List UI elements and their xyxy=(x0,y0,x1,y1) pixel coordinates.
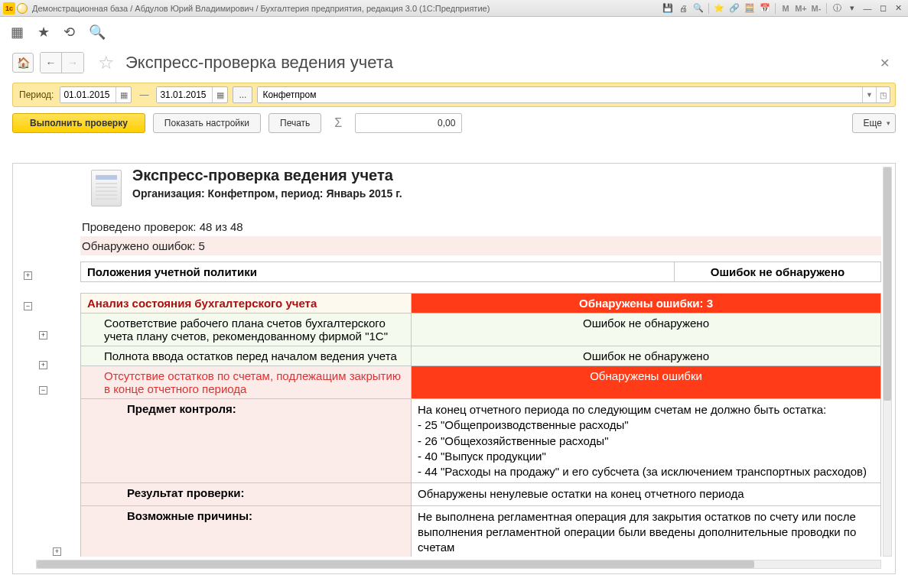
tree-toggle[interactable]: + xyxy=(53,547,61,556)
apps-grid-icon[interactable]: ▦ xyxy=(11,24,24,41)
show-settings-button[interactable]: Показать настройки xyxy=(153,113,261,133)
tree-toggle[interactable]: − xyxy=(24,302,32,310)
tree-toggle[interactable]: + xyxy=(24,271,32,280)
window-title: Демонстрационная база / Абдулов Юрий Вла… xyxy=(32,4,661,13)
preview-icon[interactable]: 🔍 xyxy=(692,2,705,15)
window-titlebar: 1c Демонстрационная база / Абдулов Юрий … xyxy=(0,0,908,17)
detail-body: Обнаружены ненулевые остатки на конец от… xyxy=(412,483,881,505)
section-title[interactable]: Анализ состояния бухгалтерского учета xyxy=(81,294,412,313)
tree-column: + − + + − + xyxy=(21,167,74,557)
calendar-icon[interactable]: 📅 xyxy=(758,2,772,15)
org-dropdown-icon[interactable]: ▼ xyxy=(862,87,876,102)
org-input[interactable] xyxy=(258,87,862,102)
date-from-wrapper: ▦ xyxy=(60,86,132,103)
run-check-button[interactable]: Выполнить проверку xyxy=(12,113,145,133)
check-result: Ошибок не обнаружено xyxy=(412,346,881,366)
sum-field[interactable]: 0,00 xyxy=(355,113,462,133)
date-to-calendar-icon[interactable]: ▦ xyxy=(212,87,227,102)
save-icon[interactable]: 💾 xyxy=(661,2,675,15)
period-label: Период: xyxy=(18,89,55,100)
report-title: Экспресс-проверка ведения учета xyxy=(132,167,402,184)
period-picker-button[interactable]: ... xyxy=(233,86,252,103)
report-table: Положения учетной политики Ошибок не обн… xyxy=(80,262,881,282)
forward-button[interactable]: → xyxy=(62,53,83,73)
calc-icon[interactable]: 🧮 xyxy=(743,2,757,15)
action-bar: Выполнить проверку Показать настройки Пе… xyxy=(12,113,896,133)
check-title[interactable]: Отсутствие остатков по счетам, подлежащи… xyxy=(81,366,412,399)
memory-mminus[interactable]: M- xyxy=(809,2,823,15)
app-logo-icon: 1c xyxy=(3,2,15,15)
star-icon[interactable]: ★ xyxy=(37,24,50,41)
vertical-scrollbar-thumb[interactable] xyxy=(884,167,891,401)
help-icon[interactable]: ⓘ xyxy=(830,2,844,15)
detail-row: Возможные причины: Не выполнена регламен… xyxy=(81,505,881,557)
page-title: Экспресс-проверка ведения учета xyxy=(125,53,393,73)
section-result: Обнаружены ошибки: 3 xyxy=(412,294,881,313)
memory-m[interactable]: M xyxy=(779,2,792,15)
check-title[interactable]: Соответствие рабочего плана счетов бухга… xyxy=(81,313,412,346)
favorite-page-icon[interactable]: ☆ xyxy=(98,52,115,73)
check-row: Полнота ввода остатков перед началом вед… xyxy=(81,346,881,366)
close-page-icon[interactable]: ✕ xyxy=(874,53,896,73)
app-toolbar: ▦ ★ ⟲ 🔍 xyxy=(0,17,908,47)
vertical-scrollbar[interactable] xyxy=(883,167,892,557)
nav-row: 🏠 ← → ☆ Экспресс-проверка ведения учета … xyxy=(0,47,908,83)
date-from-calendar-icon[interactable]: ▦ xyxy=(116,87,131,102)
check-title[interactable]: Полнота ввода остатков перед началом вед… xyxy=(81,346,412,366)
sigma-icon: Σ xyxy=(329,113,347,133)
detail-row: Предмет контроля: На конец отчетного пер… xyxy=(81,399,881,483)
maximize-icon[interactable]: ◻ xyxy=(876,2,890,15)
section-row: Положения учетной политики Ошибок не обн… xyxy=(81,262,881,282)
org-input-wrapper: ▼ ◳ xyxy=(257,86,890,103)
horizontal-scrollbar[interactable] xyxy=(36,560,881,569)
link-icon[interactable]: 🔗 xyxy=(727,2,741,15)
tree-toggle[interactable]: + xyxy=(39,331,47,339)
check-row: Отсутствие остатков по счетам, подлежащи… xyxy=(81,366,881,399)
org-open-icon[interactable]: ◳ xyxy=(876,87,890,102)
detail-body: На конец отчетного периода по следующим … xyxy=(412,399,881,483)
tree-toggle[interactable]: − xyxy=(39,386,47,395)
tree-toggle[interactable]: + xyxy=(39,361,47,369)
horizontal-scrollbar-thumb[interactable] xyxy=(37,560,754,568)
check-row: Соответствие рабочего плана счетов бухга… xyxy=(81,313,881,346)
section-row: Анализ состояния бухгалтерского учета Об… xyxy=(81,294,881,313)
history-icon[interactable]: ⟲ xyxy=(63,24,75,41)
print-button[interactable]: Печать xyxy=(268,113,321,133)
more-button[interactable]: Еще xyxy=(852,113,896,133)
detail-label: Результат проверки: xyxy=(81,483,412,505)
filter-bar: Период: ▦ — ▦ ... ▼ ◳ xyxy=(12,83,896,107)
help-dd-icon[interactable]: ▾ xyxy=(845,2,859,15)
check-result: Ошибок не обнаружено xyxy=(412,313,881,346)
report-subtitle: Организация: Конфетпром, период: Январь … xyxy=(132,187,402,200)
date-to-wrapper: ▦ xyxy=(156,86,228,103)
check-result: Обнаружены ошибки xyxy=(412,366,881,399)
search-icon[interactable]: 🔍 xyxy=(89,24,106,41)
detail-row: Результат проверки: Обнаружены ненулевые… xyxy=(81,483,881,505)
detail-body: Не выполнена регламентная операция для з… xyxy=(412,505,881,557)
report-area: + − + + − + Экспресс-проверка ведения уч… xyxy=(12,163,896,574)
section-result: Ошибок не обнаружено xyxy=(675,262,881,282)
date-to-input[interactable] xyxy=(157,87,212,102)
errors-found-line: Обнаружено ошибок: 5 xyxy=(80,236,881,255)
period-dash: — xyxy=(136,89,151,100)
close-window-icon[interactable]: ✕ xyxy=(891,2,905,15)
back-button[interactable]: ← xyxy=(41,53,62,73)
home-button[interactable]: 🏠 xyxy=(12,53,34,73)
checks-done-line: Проведено проверок: 48 из 48 xyxy=(80,217,881,236)
titlebar-dropdown-icon[interactable] xyxy=(17,3,28,14)
report-table: Анализ состояния бухгалтерского учета Об… xyxy=(80,293,881,557)
detail-label: Предмет контроля: xyxy=(81,399,412,483)
detail-label: Возможные причины: xyxy=(81,505,412,557)
report-doc-icon xyxy=(91,170,122,206)
section-title[interactable]: Положения учетной политики xyxy=(81,262,675,282)
memory-mplus[interactable]: M+ xyxy=(794,2,808,15)
favorite-icon[interactable]: ⭐ xyxy=(712,2,726,15)
date-from-input[interactable] xyxy=(60,87,116,102)
minimize-icon[interactable]: — xyxy=(861,2,874,15)
print-icon[interactable]: 🖨 xyxy=(676,2,690,15)
